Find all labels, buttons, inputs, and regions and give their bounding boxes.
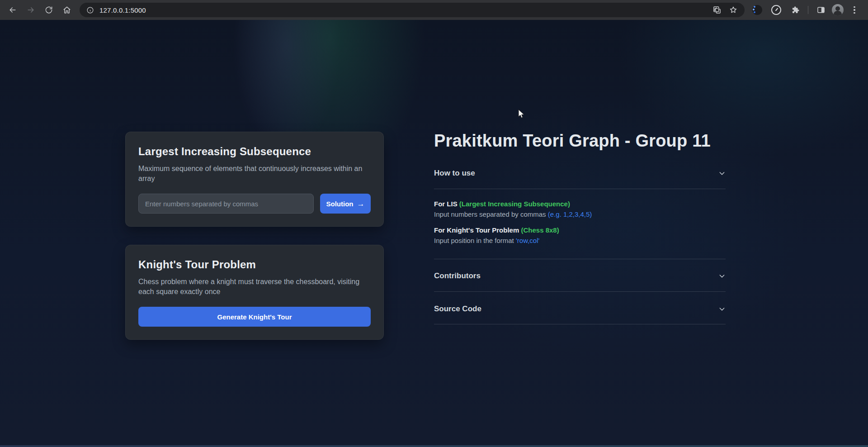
- reload-button[interactable]: [41, 2, 57, 18]
- side-panel-icon: [816, 5, 826, 14]
- chevron-down-icon: [718, 272, 726, 280]
- forward-icon: [26, 5, 35, 14]
- bookmark-button[interactable]: [726, 3, 740, 17]
- reload-icon: [44, 5, 53, 14]
- knight-instruction-example: 'row,col': [516, 237, 539, 244]
- extensions-puzzle-icon: [791, 5, 800, 14]
- generate-knights-tour-button[interactable]: Generate Knight's Tour: [138, 307, 371, 327]
- gauge-icon: [771, 5, 781, 15]
- knight-card-description: Chess problem where a knight must traver…: [138, 277, 364, 297]
- accordion-source-code-label: Source Code: [434, 304, 481, 314]
- solution-button-label: Solution: [326, 200, 354, 208]
- extensions-button[interactable]: [787, 2, 803, 18]
- browser-window: 127.0.0.1:5000: [0, 0, 868, 447]
- back-icon: [8, 5, 17, 14]
- browser-toolbar: 127.0.0.1:5000: [0, 0, 868, 20]
- url-bar[interactable]: 127.0.0.1:5000: [80, 3, 745, 17]
- url-text[interactable]: 127.0.0.1:5000: [99, 6, 710, 14]
- extension-dots-button[interactable]: [749, 2, 765, 18]
- how-to-use-content: For LIS (Largest Increasing Subsequence)…: [434, 199, 726, 252]
- translate-icon: [712, 5, 722, 14]
- lis-numbers-input[interactable]: [138, 194, 314, 214]
- home-icon: [62, 5, 71, 14]
- knight-tour-card: Knight's Tour Problem Chess problem wher…: [125, 245, 384, 340]
- lis-card: Largest Increasing Subsequence Maximum s…: [125, 132, 384, 227]
- profile-avatar[interactable]: [832, 4, 844, 16]
- generate-button-label: Generate Knight's Tour: [217, 313, 292, 321]
- extensions-area: [749, 2, 863, 18]
- lis-card-description: Maximum sequence of elements that contin…: [138, 164, 364, 184]
- chevron-down-icon: [718, 170, 726, 177]
- toolbar-divider: [808, 6, 808, 14]
- home-button[interactable]: [59, 2, 75, 18]
- divider: [434, 324, 726, 324]
- lis-instruction-heading-highlight: (Largest Increasing Subsequence): [459, 200, 570, 208]
- knight-instruction-heading-highlight: (Chess 8x8): [521, 226, 559, 234]
- mouse-cursor: [518, 109, 525, 119]
- more-menu-icon: [854, 6, 855, 14]
- site-info-icon[interactable]: [84, 4, 96, 16]
- accordion-contributors-label: Contributors: [434, 271, 481, 281]
- extension-gauge-button[interactable]: [768, 2, 784, 18]
- accordion-source-code[interactable]: Source Code: [434, 301, 726, 317]
- page-title: Prakitkum Teori Graph - Group 11: [434, 130, 711, 152]
- accordion-how-to-use[interactable]: How to use: [434, 166, 726, 181]
- accordion-contributors[interactable]: Contributors: [434, 268, 726, 284]
- lis-instruction-example: (e.g. 1,2,3,4,5): [548, 210, 592, 218]
- divider: [434, 291, 726, 292]
- bookmark-star-icon: [729, 5, 738, 14]
- divider: [434, 189, 726, 189]
- knight-instruction-text: Input position in the format: [434, 237, 516, 244]
- arrow-right-icon: →: [357, 200, 365, 208]
- solution-button[interactable]: Solution →: [320, 194, 371, 214]
- lis-instruction-heading: For LIS: [434, 200, 459, 208]
- more-menu-button[interactable]: [846, 2, 863, 18]
- knight-instruction-heading: For Knight's Tour Problem: [434, 226, 521, 234]
- chevron-down-icon: [718, 305, 726, 313]
- back-button[interactable]: [5, 2, 21, 18]
- extension-dots-icon: [752, 5, 762, 15]
- page-background: Largest Increasing Subsequence Maximum s…: [0, 20, 868, 447]
- knight-card-title: Knight's Tour Problem: [138, 258, 371, 271]
- lis-instruction-text: Input numbers separated by commas: [434, 210, 548, 218]
- side-panel-button[interactable]: [813, 2, 829, 18]
- translate-button[interactable]: [710, 3, 724, 17]
- accordion-how-to-use-label: How to use: [434, 169, 475, 178]
- forward-button[interactable]: [23, 2, 39, 18]
- divider: [434, 259, 726, 259]
- lis-card-title: Largest Increasing Subsequence: [138, 145, 371, 158]
